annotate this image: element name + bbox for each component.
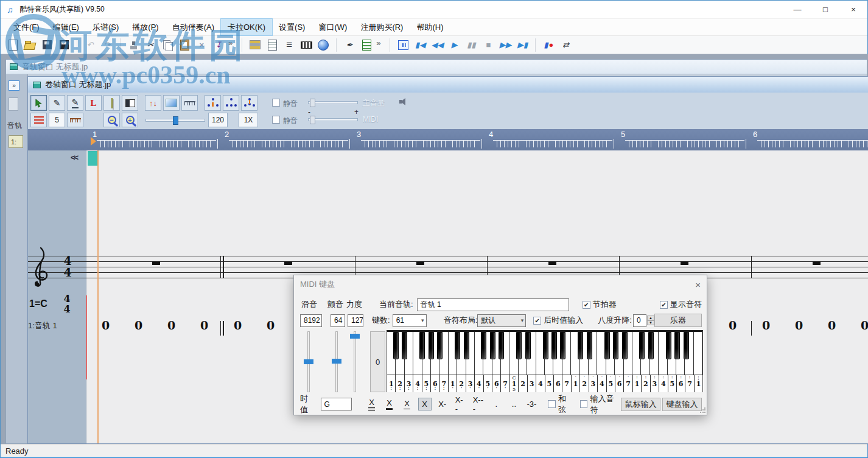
menu-item[interactable]: 文件(F) — [7, 19, 46, 35]
velocity-slider-thumb[interactable] — [350, 334, 360, 339]
duration-button[interactable]: X — [365, 398, 379, 410]
pencil-tool-button[interactable]: ✎ — [49, 95, 65, 111]
menu-item[interactable]: 乐谱(S) — [86, 19, 125, 35]
spinner-down-icon[interactable]: ▼ — [647, 320, 654, 325]
tracks-button[interactable] — [248, 38, 262, 52]
duration-button[interactable]: X--- — [471, 398, 486, 410]
vibrato-slider[interactable] — [331, 331, 343, 392]
jianpu-note[interactable]: 0 — [267, 319, 275, 332]
tempo-zoom-slider-thumb[interactable] — [173, 116, 178, 125]
current-track-input[interactable]: 音轨 1 — [417, 298, 569, 311]
duration-button[interactable]: X-- — [453, 398, 467, 410]
black-key[interactable] — [604, 332, 610, 359]
black-key[interactable] — [587, 332, 592, 359]
paste-button[interactable] — [177, 38, 192, 52]
fast-forward-button[interactable]: ▶▶ — [498, 38, 513, 52]
duration-button[interactable]: . — [489, 398, 503, 410]
stop-button[interactable]: ■ — [481, 38, 495, 52]
pause-button[interactable]: ▮▮ — [464, 38, 478, 52]
new-button[interactable] — [5, 38, 20, 52]
record-button[interactable]: ▮● — [541, 38, 556, 52]
octave-shift-value[interactable]: 0 — [633, 314, 646, 327]
speed-box[interactable]: 1X — [239, 113, 258, 127]
menu-item[interactable]: 设置(S) — [272, 19, 312, 35]
red-lines-tool-button[interactable] — [30, 113, 47, 127]
black-key[interactable] — [429, 332, 434, 359]
black-key[interactable] — [402, 332, 407, 359]
scroll-window-titlebar[interactable]: 卷轴窗口 无标题.jp — [28, 77, 868, 93]
jianpu-note[interactable]: 0 — [795, 319, 803, 332]
jianpu-note[interactable]: 0 — [828, 319, 836, 332]
pitch-bend-value[interactable]: 8192 — [300, 314, 322, 327]
event-list-button[interactable] — [359, 38, 374, 52]
chord-checkbox[interactable] — [548, 400, 556, 408]
score-button[interactable] — [265, 38, 279, 52]
menu-item[interactable]: 卡拉OK(K) — [221, 19, 272, 35]
swap-updown-button[interactable]: ↑↓ — [145, 95, 161, 111]
jianpu-note[interactable]: 0 — [200, 319, 208, 332]
keyboard-input-button[interactable]: 键盘输入 — [662, 398, 702, 411]
lines-button[interactable]: ≡ — [282, 38, 296, 52]
velocity-slider[interactable] — [349, 331, 361, 392]
key-count-select[interactable]: 61▾ — [393, 314, 427, 327]
resize-grip[interactable] — [699, 407, 705, 414]
zoom-in-button[interactable]: + — [122, 113, 138, 127]
black-key[interactable] — [464, 332, 469, 359]
close-button[interactable]: × — [839, 1, 867, 18]
black-key[interactable] — [578, 332, 583, 359]
black-key[interactable] — [560, 332, 565, 359]
loop-button[interactable]: ⇄ — [558, 38, 573, 52]
metronome-checkbox[interactable] — [583, 301, 590, 309]
instrument-button[interactable]: 乐器 — [654, 314, 702, 327]
import-button[interactable]: ↧ — [211, 38, 226, 52]
note-edit-tool-button[interactable]: ✎ — [67, 95, 83, 111]
ruler-measure[interactable]: 2 — [223, 129, 355, 150]
pitch-bend-slider-thumb[interactable] — [304, 359, 313, 364]
redo-button[interactable]: ↷ — [100, 38, 114, 52]
track-panel-button[interactable] — [9, 97, 18, 111]
black-key[interactable] — [648, 332, 654, 359]
menu-item[interactable]: 窗口(W) — [312, 19, 354, 35]
black-key[interactable] — [525, 332, 531, 359]
black-key[interactable] — [674, 332, 680, 359]
cut-button[interactable]: ✂ — [143, 38, 158, 52]
ruler-measure[interactable]: 4 — [487, 129, 619, 150]
web-button[interactable] — [316, 38, 331, 52]
black-key[interactable] — [499, 332, 504, 359]
gradient-view-button[interactable] — [163, 95, 180, 111]
track-window-titlebar[interactable]: 音轨窗口 无标题.jp — [6, 60, 867, 74]
toolbar-overflow-icon[interactable]: » — [376, 38, 380, 48]
black-key[interactable] — [490, 332, 495, 359]
mute-midi-checkbox[interactable] — [272, 116, 280, 124]
midi-volume-slider[interactable] — [308, 118, 358, 121]
black-key[interactable] — [455, 332, 460, 359]
mute-main-checkbox[interactable] — [272, 99, 280, 107]
black-key[interactable] — [551, 332, 557, 359]
show-notes-checkbox[interactable] — [660, 301, 668, 309]
stamp-button[interactable] — [126, 38, 141, 52]
vibrato-slider-thumb[interactable] — [332, 359, 341, 364]
ruler-measure[interactable]: 6 — [751, 129, 868, 150]
edit-cursor-block[interactable] — [88, 151, 98, 166]
ruler-measure[interactable]: 1 — [91, 129, 223, 150]
midi-volume-slider-thumb[interactable] — [310, 116, 315, 124]
jianpu-note[interactable]: 0 — [729, 319, 737, 332]
measure-tool-button[interactable] — [67, 113, 83, 127]
velocity-value[interactable]: 127 — [348, 314, 363, 327]
duration-button[interactable]: .. — [507, 398, 520, 410]
black-key[interactable] — [437, 332, 443, 359]
keyboard-ruler-button[interactable] — [299, 38, 313, 52]
black-key[interactable] — [543, 332, 548, 359]
menu-item[interactable]: 自动伴奏(A) — [166, 19, 221, 35]
collapse-button[interactable]: << — [71, 153, 77, 162]
toolbar-overflow-icon[interactable]: » — [228, 38, 233, 48]
duration-button[interactable]: X — [418, 398, 432, 410]
line-value-box[interactable]: 5 — [49, 113, 65, 127]
play-button[interactable]: ▶ — [447, 38, 461, 52]
skip-end-button[interactable]: ▶▮ — [515, 38, 530, 52]
dialog-titlebar[interactable]: MIDI 键盘 × — [294, 275, 707, 294]
delete-button[interactable]: × — [194, 38, 209, 52]
main-volume-slider-thumb[interactable] — [310, 99, 315, 107]
ruler-view-button[interactable] — [181, 95, 198, 111]
duration-button[interactable]: X- — [436, 398, 449, 410]
